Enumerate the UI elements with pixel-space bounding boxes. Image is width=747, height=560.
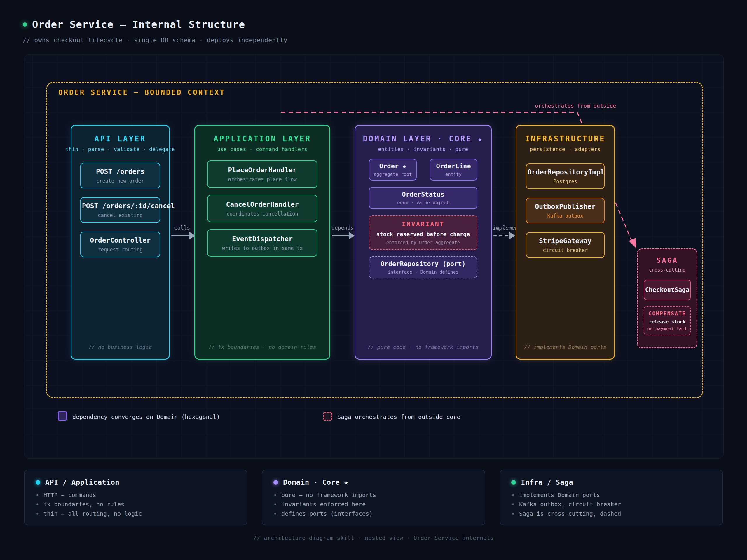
saga-box: SAGA cross-cutting CheckoutSaga COMPENSA… [637,248,697,348]
card-title: API / Application [45,478,119,486]
bullet-text: tx boundaries, no rules [44,500,124,509]
node-event-dispatcher: EventDispatcher writes to outbox in same… [207,229,317,257]
card-infra-saga: Infra / Saga •implements Domain ports •K… [499,470,723,525]
bullet-text: thin — all routing, no logic [44,509,142,518]
compensate-title: COMPENSATE [645,310,690,317]
node-cancel-order-handler: CancelOrderHandler coordinates cancellat… [207,195,317,222]
legend-label-saga: Saga orchestrates from outside core [337,413,460,420]
card-domain-core: Domain · Core ★ •pure — no framework imp… [262,470,485,525]
bullet-text: invariants enforced here [281,500,366,509]
node-title: OrderRepository (port) [370,260,475,267]
layer-api-subtitle: thin · parse · validate · delegate [66,146,175,152]
layer-domain-footer: // pure code · no framework imports [355,344,491,350]
arrow-label-implements: implements [493,224,516,231]
legend-label-domain: dependency converges on Domain (hexagona… [72,413,220,420]
node-title: POST /orders/:id/cancel [82,202,158,210]
card-title: Domain · Core ★ [283,478,349,486]
status-dot-icon [23,23,27,27]
layer-infrastructure-items: OrderRepositoryImpl Postgres OutboxPubli… [516,163,614,258]
layer-api: API LAYER thin · parse · validate · dele… [71,125,170,359]
layer-domain: DOMAIN LAYER · CORE ★ entities · invaria… [355,125,492,359]
node-subtitle: Kafka outbox [527,213,603,219]
node-title: POST /orders [82,168,158,175]
card-bullets: •HTTP → commands •tx boundaries, no rule… [35,490,236,518]
cyan-dot-icon [35,480,40,485]
bullet-icon: • [274,490,277,500]
compensate-note: on payment fail [645,326,690,331]
bullet-icon: • [274,509,277,518]
node-outbox-publisher: OutboxPublisher Kafka outbox [526,198,604,223]
card-bullets: •implements Domain ports •Kafka outbox, … [511,490,712,518]
bullet-icon: • [274,500,277,509]
bullet-item: •tx boundaries, no rules [35,500,236,509]
layer-infrastructure-footer: // implements Domain ports [516,344,614,350]
card-title-row: Infra / Saga [511,478,712,486]
node-subtitle: Postgres [527,179,603,184]
diagram-canvas: Order Service — Internal Structure // ow… [0,0,747,560]
node-title: OrderStatus [370,191,475,198]
page-title: Order Service — Internal Structure [32,19,245,30]
bullet-text: implements Domain ports [519,490,600,500]
node-order-controller: OrderController request routing [80,232,160,257]
invariant-note: enforced by Order aggregate [370,240,475,245]
card-title: Infra / Saga [521,478,573,486]
bullet-item: •Saga is cross-cutting, dashed [511,509,712,518]
layer-domain-items: Order ★ aggregate root OrderLine entity … [355,159,491,278]
layer-infrastructure: INFRASTRUCTURE persistence · adapters Or… [516,125,615,359]
compensate-action: release stock [645,319,690,325]
layer-api-items: POST /orders create new order POST /orde… [72,163,169,257]
node-subtitle: circuit breaker [527,247,603,253]
node-title: PlaceOrderHandler [209,166,316,174]
node-order-repository-port: OrderRepository (port) interface · Domai… [369,257,478,278]
bullet-item: •HTTP → commands [35,490,236,500]
bullet-icon: • [35,500,39,509]
bullet-text: Kafka outbox, circuit breaker [519,500,621,509]
layer-infrastructure-subtitle: persistence · adapters [530,146,601,152]
node-subtitle: interface · Domain defines [370,269,475,275]
bullet-text: HTTP → commands [44,490,96,500]
bullet-item: •implements Domain ports [511,490,712,500]
layer-application-footer: // tx boundaries · no domain rules [195,344,330,350]
node-place-order-handler: PlaceOrderHandler orchestrates place flo… [207,160,317,188]
layer-domain-subtitle: entities · invariants · pure [378,146,468,152]
bullet-item: •pure — no framework imports [274,490,473,500]
arrow-label-orchestrates: orchestrates from outside [535,103,616,109]
bullet-text: defines ports (interfaces) [281,509,372,518]
bullet-icon: • [511,490,515,500]
saga-items: CheckoutSaga COMPENSATE release stock on… [638,280,697,336]
node-title: OrderLine [431,162,475,170]
card-bullets: •pure — no framework imports •invariants… [274,490,473,518]
node-title: CancelOrderHandler [209,201,316,208]
layer-api-footer: // no business logic [72,344,169,350]
page-header: Order Service — Internal Structure [23,19,245,30]
layer-domain-title: DOMAIN LAYER · CORE ★ [363,134,484,143]
node-order-status: OrderStatus enum · value object [369,187,478,209]
node-checkout-saga: CheckoutSaga [644,280,691,300]
purple-dot-icon [274,480,278,485]
layer-application-items: PlaceOrderHandler orchestrates place flo… [195,160,330,257]
green-dot-icon [511,480,516,485]
node-subtitle: request routing [82,247,158,252]
page-footer: // architecture-diagram skill · nested v… [0,535,747,541]
node-subtitle: aggregate root [370,172,415,177]
node-stripe-gateway: StripeGateway circuit breaker [526,232,604,258]
invariant-rule: stock reserved before charge [370,231,475,237]
saga-title: SAGA [656,257,678,265]
bounded-context-label: ORDER SERVICE — BOUNDED CONTEXT [58,88,225,97]
bullet-icon: • [511,500,515,509]
layer-application: APPLICATION LAYER use cases · command ha… [194,125,330,359]
card-title-row: API / Application [35,478,236,486]
legend-swatch-domain-icon [58,411,67,421]
layer-api-title: API LAYER [95,134,146,143]
bullet-text: pure — no framework imports [281,490,376,500]
node-order-line: OrderLine entity [430,159,478,181]
node-title: OrderRepositoryImpl [527,168,603,176]
node-order-aggregate: Order ★ aggregate root [369,159,417,181]
bullet-item: •thin — all routing, no logic [35,509,236,518]
bullet-item: •defines ports (interfaces) [274,509,473,518]
card-api-application: API / Application •HTTP → commands •tx b… [24,470,248,525]
node-compensate: COMPENSATE release stock on payment fail [644,306,691,336]
legend-swatch-saga-icon [323,412,332,421]
page-subtitle: // owns checkout lifecycle · single DB s… [23,37,287,44]
node-subtitle: entity [431,172,475,177]
